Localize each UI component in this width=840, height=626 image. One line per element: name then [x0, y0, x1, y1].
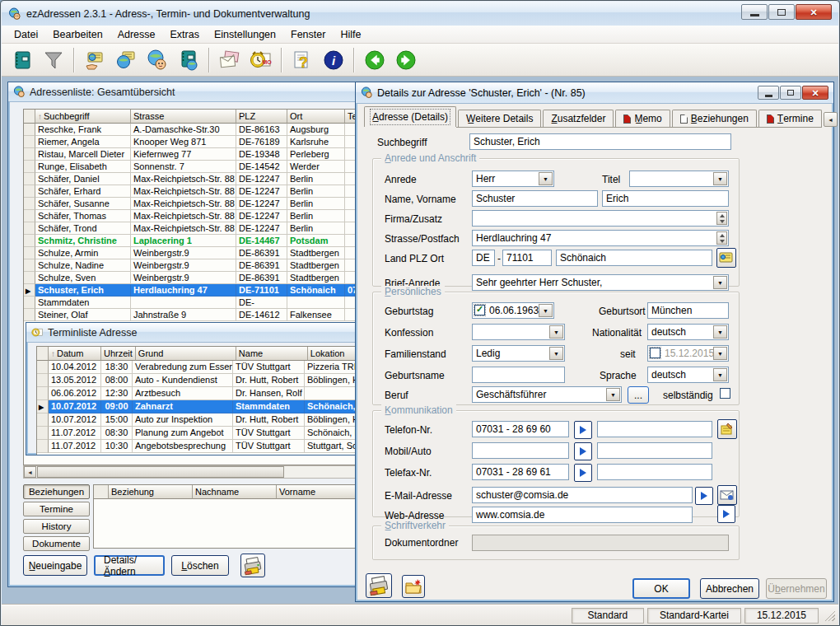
- close-button[interactable]: [802, 86, 828, 100]
- land-input[interactable]: DE: [472, 250, 495, 266]
- cancel-button[interactable]: Abbrechen: [700, 578, 759, 599]
- address-row[interactable]: Stammdaten DE-: [24, 297, 357, 309]
- spinner-icon[interactable]: [716, 212, 727, 225]
- vorname-input[interactable]: Erich: [602, 190, 729, 207]
- chevron-down-icon[interactable]: [713, 172, 727, 185]
- address-row[interactable]: Schmitz, Christine Laplacering 1 DE-1446…: [24, 235, 357, 247]
- konfession-select[interactable]: [472, 324, 565, 340]
- familienstand-select[interactable]: Ledig: [472, 345, 565, 362]
- address-row[interactable]: Ristau, Marcell Dieter Kiefernweg 77 DE-…: [24, 148, 357, 161]
- address-row[interactable]: Schäfer, Thomas Max-Reichpietsch-Str. 88…: [24, 210, 357, 222]
- info-button[interactable]: i: [318, 46, 349, 74]
- new-address-button[interactable]: [79, 46, 110, 74]
- brief-anrede-select[interactable]: Sehr geehrter Herr Schuster,: [472, 274, 729, 291]
- chevron-down-icon[interactable]: [713, 276, 727, 289]
- column-header-name[interactable]: Name: [236, 347, 308, 361]
- chevron-down-icon[interactable]: [606, 388, 620, 401]
- termin-row[interactable]: 11.07.2012 08:30 Planung zum Angebot TÜV…: [37, 427, 361, 440]
- relation-tab-button[interactable]: Termine: [23, 502, 90, 516]
- column-header-beziehung[interactable]: Beziehung: [109, 485, 193, 499]
- plz-lookup-button[interactable]: [716, 248, 736, 268]
- menu-item[interactable]: Einstellungen: [207, 26, 283, 43]
- mail-button[interactable]: [214, 46, 245, 74]
- column-header-strasse[interactable]: Strasse: [131, 110, 236, 124]
- mobil-dial-button[interactable]: [574, 442, 592, 460]
- column-header-suchbegriff[interactable]: Suchbegriff: [35, 110, 131, 124]
- tab-beziehungen[interactable]: B̲eziehungen: [672, 110, 757, 127]
- tab-scroll-left-button[interactable]: [824, 112, 838, 127]
- termin-row[interactable]: 10.07.2012 09:00 Zahnarzt Stammdaten Sch…: [37, 400, 361, 413]
- reminder-button[interactable]: MO: [245, 46, 277, 74]
- column-header-vorname[interactable]: Vorname: [277, 485, 357, 499]
- close-button[interactable]: [796, 4, 832, 20]
- web-input[interactable]: www.comsia.de: [472, 507, 693, 523]
- column-header-datum[interactable]: Datum: [49, 347, 101, 361]
- titel-select[interactable]: [629, 171, 729, 187]
- relation-tab-button[interactable]: Dokumente: [23, 536, 90, 551]
- address-horizontal-scrollbar[interactable]: [23, 465, 358, 479]
- telefon-input[interactable]: 07031 - 28 69 60: [472, 421, 569, 437]
- chevron-down-icon[interactable]: [539, 172, 553, 185]
- tab-weitere-details[interactable]: W̲eitere Details: [458, 110, 541, 127]
- menu-item[interactable]: Datei: [7, 26, 45, 43]
- dialog-titlebar[interactable]: Details zur Adresse 'Schuster, Erich' - …: [356, 82, 833, 104]
- strasse-input[interactable]: Herdlauchring 47: [472, 230, 729, 246]
- telefax-input[interactable]: 07031 - 28 69 61: [472, 464, 569, 480]
- ok-button[interactable]: OK: [632, 578, 690, 599]
- column-header-nachname[interactable]: Nachname: [193, 485, 277, 499]
- ort-input[interactable]: Schönaich: [556, 250, 712, 266]
- print-button[interactable]: [366, 573, 392, 598]
- print-list-button[interactable]: [240, 554, 265, 577]
- menu-item[interactable]: Adresse: [110, 26, 163, 43]
- address-row[interactable]: Runge, Elisabeth Sonnenstr. 7 DE-14542 W…: [24, 161, 357, 173]
- relation-tab-button[interactable]: History: [23, 519, 90, 534]
- phone-note-button[interactable]: [717, 419, 737, 439]
- termin-row[interactable]: 06.06.2012 12:30 Arztbesuch Dr. Hansen, …: [37, 387, 361, 400]
- nav-back-button[interactable]: [359, 46, 390, 74]
- address-list-titlebar[interactable]: Adressenliste: Gesamtübersicht: [8, 82, 362, 102]
- menu-item[interactable]: Extras: [163, 26, 207, 43]
- chevron-down-icon[interactable]: [713, 368, 727, 381]
- menu-item[interactable]: Hilfe: [333, 26, 368, 43]
- scroll-thumb[interactable]: [37, 466, 284, 478]
- selbstaendig-checkbox[interactable]: [720, 388, 730, 399]
- column-header-plz[interactable]: PLZ: [236, 110, 287, 124]
- termin-row[interactable]: 13.05.2012 08:00 Auto - Kundendienst Dr.…: [37, 374, 361, 387]
- address-row[interactable]: Schäfer, Erhard Max-Reichpietsch-Str. 88…: [24, 185, 357, 198]
- delete-button[interactable]: L̲öschen: [171, 555, 229, 576]
- telefax2-input[interactable]: [597, 464, 712, 480]
- telefon2-input[interactable]: [597, 421, 712, 437]
- column-header-lokation[interactable]: Lokation: [308, 347, 361, 361]
- chevron-down-icon[interactable]: [549, 325, 563, 339]
- termin-row[interactable]: 10.07.2012 15:00 Auto zur Inspektion Dr.…: [37, 413, 361, 427]
- name-input[interactable]: Schuster: [472, 190, 598, 207]
- address-row[interactable]: Schulze, Sven Weinbergstr.9 DE-86391 Sta…: [24, 272, 357, 284]
- help-button[interactable]: ?: [287, 46, 318, 74]
- address-row[interactable]: Schäfer, Trond Max-Reichpietsch-Str. 88 …: [24, 222, 357, 235]
- menu-item[interactable]: Fenster: [283, 26, 333, 43]
- web-open-button[interactable]: [717, 505, 735, 523]
- geburtstag-datepicker[interactable]: 06.06.1963: [472, 302, 554, 319]
- column-header-uhrzeit[interactable]: Uhrzeit: [101, 347, 136, 361]
- address-details-button[interactable]: [142, 46, 173, 74]
- new-entry-button[interactable]: N̲eueingabe: [23, 555, 87, 576]
- address-row[interactable]: Schulze, Armin Weinbergstr.9 DE-86391 St…: [24, 247, 357, 259]
- telefax-dial-button[interactable]: [574, 464, 592, 482]
- sprache-select[interactable]: deutsch: [647, 367, 729, 383]
- mobil2-input[interactable]: [597, 442, 712, 459]
- email-input[interactable]: schuster@comsia.de: [472, 487, 693, 503]
- beruf-more-button[interactable]: ...: [628, 386, 649, 404]
- geburtsname-input[interactable]: [472, 367, 565, 383]
- relation-tab-button[interactable]: Beziehungen: [23, 484, 90, 499]
- suchbegriff-input[interactable]: Schuster, Erich: [469, 133, 731, 150]
- anrede-select[interactable]: Herr: [472, 171, 554, 187]
- menu-item[interactable]: Bearbeiten: [45, 26, 110, 43]
- address-row[interactable]: Schäfer, Daniel Max-Reichpietsch-Str. 88…: [24, 173, 357, 185]
- address-row[interactable]: Riemer, Angela Knooper Weg 871 DE-76189 …: [24, 136, 357, 148]
- edit-details-button[interactable]: Details/Ä̲ndern: [94, 555, 165, 576]
- mobil-input[interactable]: [472, 442, 569, 459]
- chevron-down-icon[interactable]: [713, 347, 727, 360]
- plz-input[interactable]: 71101: [502, 250, 552, 266]
- minimize-button[interactable]: [758, 86, 779, 100]
- tab-termine[interactable]: T̲ermine: [758, 110, 822, 127]
